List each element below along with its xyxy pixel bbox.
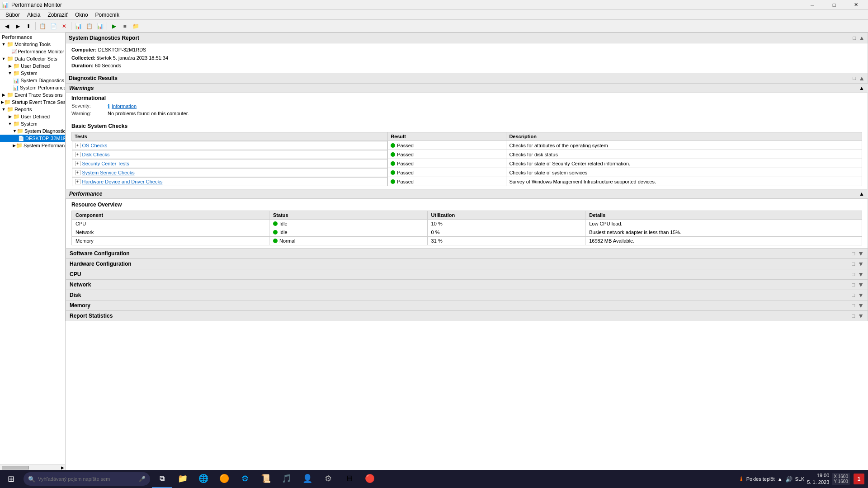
test-link[interactable]: Security Center Tests	[82, 161, 129, 166]
scroll-right[interactable]: ▶	[61, 465, 64, 470]
folder-icon-udr: 📁	[13, 113, 20, 120]
collapse-perf[interactable]: ▲	[859, 191, 864, 197]
performance-header[interactable]: Performance ▲	[66, 189, 868, 199]
taskbar-app-task-view[interactable]: ⧉	[152, 470, 172, 488]
sidebar-item-sys-diag-collector[interactable]: 📊 System Diagnostics	[0, 77, 65, 84]
taskbar-app-app2[interactable]: 📜	[256, 470, 276, 488]
search-input[interactable]	[38, 476, 136, 482]
row-expand[interactable]: +	[75, 161, 80, 166]
system-tray-up[interactable]: ▲	[778, 476, 783, 482]
item-icon-spc: 📊	[13, 84, 19, 91]
taskbar-search[interactable]: 🔍 🎤	[24, 472, 150, 486]
toolbar-paste[interactable]: 📄	[48, 21, 58, 31]
sidebar-item-sys-diag-reports[interactable]: ▼ 📁 System Diagnostics	[0, 127, 65, 135]
expand-icon-udr: ▶	[7, 114, 13, 119]
menu-window[interactable]: Okno	[71, 11, 92, 19]
taskbar-app-settings[interactable]: ⚙	[318, 470, 338, 488]
report-title: System Diagnostics Report	[69, 35, 139, 41]
expand-section-btn[interactable]: ▼	[858, 250, 864, 257]
toolbar-back[interactable]: ◀	[2, 21, 12, 31]
table-row: + OS Checks Passed Checks for attributes…	[72, 141, 862, 150]
sidebar-item-user-defined-reports[interactable]: ▶ 📁 User Defined	[0, 113, 65, 120]
collapsed-section-software-configuration[interactable]: Software Configuration □ ▼	[66, 249, 868, 259]
collapsed-section-network[interactable]: Network □ ▼	[66, 280, 868, 290]
expand-section-btn[interactable]: ▼	[858, 271, 864, 278]
diagnostic-results-header[interactable]: Diagnostic Results □ ▲	[66, 73, 868, 84]
toolbar-properties[interactable]: 📋	[84, 21, 94, 31]
minimize-button[interactable]: ─	[802, 0, 823, 10]
collapsed-section-hardware-configuration[interactable]: Hardware Configuration □ ▼	[66, 259, 868, 269]
title-bar-icon: 📊	[2, 2, 9, 8]
report-header[interactable]: System Diagnostics Report □ ▲	[66, 33, 868, 43]
taskbar-clock: 19:00 5. 1. 2023	[807, 472, 829, 486]
row-expand[interactable]: +	[75, 143, 80, 148]
test-link[interactable]: System Service Checks	[82, 170, 135, 175]
toolbar-copy[interactable]: 📋	[38, 21, 47, 31]
expand-section-btn[interactable]: ▼	[858, 312, 864, 319]
sidebar-item-performance-monitor[interactable]: 📈 Performance Monitor	[0, 48, 65, 55]
toolbar-up[interactable]: ⬆	[24, 21, 33, 31]
left-panel-scrollbar[interactable]: ▶	[0, 465, 65, 470]
taskbar-app-game[interactable]: 🔴	[360, 470, 380, 488]
volume-icon[interactable]: 🔊	[785, 476, 793, 483]
toolbar: ◀ ▶ ⬆ 📋 📄 ✕ 📊 📋 📊 ▶ ■ 📁	[0, 20, 868, 33]
collapse-warnings[interactable]: ▲	[859, 85, 864, 91]
toolbar-delete[interactable]: ✕	[59, 21, 69, 31]
toolbar-forward[interactable]: ▶	[13, 21, 23, 31]
menu-action[interactable]: Akcia	[24, 11, 44, 19]
sidebar-item-system-collectors[interactable]: ▼ 📁 System	[0, 70, 65, 77]
test-link[interactable]: Hardware Device and Driver Checks	[82, 179, 163, 184]
scrollbar-thumb[interactable]	[2, 466, 29, 469]
row-expand[interactable]: +	[75, 170, 80, 175]
taskbar-app-edge[interactable]: 🌐	[193, 470, 213, 488]
sidebar-item-user-defined-collectors[interactable]: ▶ 📁 User Defined	[0, 62, 65, 70]
start-button[interactable]: ⊞	[0, 470, 22, 488]
menu-help[interactable]: Pomocník	[92, 11, 123, 19]
sidebar-item-event-trace[interactable]: ▶ 📁 Event Trace Sessions	[0, 91, 65, 99]
collapse-report[interactable]: ▲	[859, 34, 865, 42]
row-expand[interactable]: +	[75, 179, 80, 184]
app2-icon: 📜	[261, 474, 271, 483]
sidebar-item-sys-perf-reports[interactable]: ▶ 📁 System Performance	[0, 142, 65, 149]
toolbar-sep-3	[107, 22, 107, 30]
header-icon: □	[853, 35, 856, 41]
maximize-button[interactable]: □	[824, 0, 844, 10]
taskbar-app-explorer[interactable]: 📁	[173, 470, 193, 488]
taskbar-app-user[interactable]: 👤	[297, 470, 317, 488]
collapsed-section-memory[interactable]: Memory □ ▼	[66, 300, 868, 311]
sidebar-item-reports[interactable]: ▼ 📁 Reports	[0, 106, 65, 113]
toolbar-new[interactable]: 📊	[73, 21, 83, 31]
menu-file[interactable]: Súbor	[2, 11, 24, 19]
folder-icon: 📁	[6, 41, 14, 47]
collapsed-section-disk[interactable]: Disk □ ▼	[66, 290, 868, 300]
collapsed-section-report-statistics[interactable]: Report Statistics □ ▼	[66, 311, 868, 321]
toolbar-export[interactable]: 📊	[95, 21, 105, 31]
expand-section-btn[interactable]: ▼	[858, 260, 864, 267]
collapse-diag[interactable]: ▲	[859, 75, 865, 82]
sidebar-item-sys-perf-collector[interactable]: 📊 System Performance	[0, 84, 65, 91]
taskbar-app-spotify[interactable]: 🎵	[277, 470, 297, 488]
sidebar-item-data-collector-sets[interactable]: ▼ 📁 Data Collector Sets	[0, 55, 65, 62]
close-button[interactable]: ✕	[845, 0, 866, 10]
taskbar-app-perfmon[interactable]: 🖥	[339, 470, 359, 488]
sidebar-item-system-reports[interactable]: ▼ 📁 System	[0, 120, 65, 127]
toolbar-start[interactable]: ▶	[109, 21, 119, 31]
expand-section-btn[interactable]: ▼	[858, 302, 864, 309]
sidebar-item-startup-event-trace[interactable]: ▶ 📁 Startup Event Trace Session	[0, 99, 65, 106]
row-expand[interactable]: +	[75, 152, 80, 157]
sidebar-item-desktop-report[interactable]: 📄 DESKTOP-32M1RDS	[0, 135, 65, 142]
taskbar-app-chrome[interactable]: 🟠	[214, 470, 234, 488]
taskbar-app-app1[interactable]: ⚙	[235, 470, 255, 488]
warnings-header[interactable]: Warnings ▲	[66, 84, 868, 93]
expand-section-btn[interactable]: ▼	[858, 291, 864, 299]
sidebar-item-monitoring-tools[interactable]: ▼ 📁 Monitoring Tools	[0, 41, 65, 48]
menu-view[interactable]: Zobraziť	[44, 11, 71, 19]
test-link[interactable]: OS Checks	[82, 143, 108, 148]
severity-link[interactable]: Information	[112, 103, 137, 109]
warning-label: Warning:	[71, 111, 108, 116]
test-link[interactable]: Disk Checks	[82, 152, 110, 157]
collapsed-section-cpu[interactable]: CPU □ ▼	[66, 269, 868, 280]
toolbar-stop[interactable]: ■	[120, 21, 130, 31]
expand-section-btn[interactable]: ▼	[858, 281, 864, 288]
toolbar-folder[interactable]: 📁	[131, 21, 141, 31]
